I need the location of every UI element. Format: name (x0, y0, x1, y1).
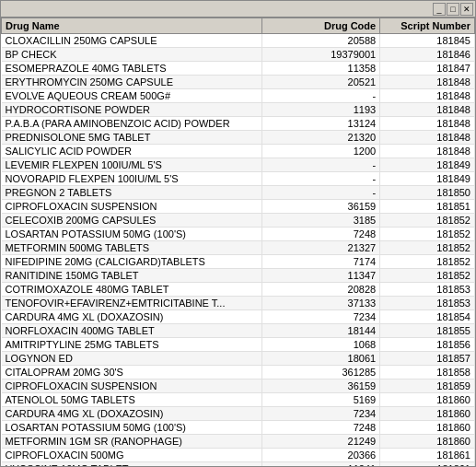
cell-script-number: 181850 (380, 186, 475, 200)
cell-script-number: 181847 (380, 62, 475, 76)
cell-script-number: 181848 (380, 131, 475, 145)
cell-drug-code: 361285 (261, 366, 380, 379)
cell-script-number: 181853 (380, 297, 475, 310)
col-drug-name[interactable]: Drug Name (2, 18, 262, 34)
cell-drug-code: 20366 (261, 449, 380, 462)
table-row[interactable]: LOSARTAN POTASSIUM 50MG (100'S)724818185… (2, 228, 475, 241)
cell-drug-name: ERYTHROMYCIN 250MG CAPSULE (2, 76, 262, 89)
cell-script-number: 181845 (380, 34, 475, 48)
cell-script-number: 181855 (380, 324, 475, 338)
cell-drug-name: METFORMIN 1GM SR (RANOPHAGE) (2, 435, 262, 449)
table-row[interactable]: CITALOPRAM 20MG 30'S361285181858 (2, 366, 475, 379)
cell-drug-name: NOVORAPID FLEXPEN 100IU/ML 5'S (2, 172, 262, 186)
cell-script-number: 181860 (380, 421, 475, 435)
cell-drug-code: 3185 (261, 214, 380, 228)
cell-drug-name: LOGYNON ED (2, 352, 262, 366)
cell-drug-name: BP CHECK (2, 48, 262, 62)
table-row[interactable]: CELECOXIB 200MG CAPSULES3185181852 (2, 214, 475, 228)
cell-drug-name: AMITRIPTYLINE 25MG TABLETS (2, 338, 262, 352)
cell-drug-code: 13124 (261, 117, 380, 131)
cell-drug-name: CARDURA 4MG XL (DOXAZOSIN) (2, 407, 262, 421)
table-row[interactable]: PREGNON 2 TABLETS-181850 (2, 186, 475, 200)
table-row[interactable]: COTRIMOXAZOLE 480MG TABLET20828181853 (2, 283, 475, 297)
cell-drug-name: LOSARTAN POTASSIUM 50MG (100'S) (2, 421, 262, 435)
table-row[interactable]: LOGYNON ED18061181857 (2, 352, 475, 366)
table-row[interactable]: METFORMIN 500MG TABLETS21327181852 (2, 241, 475, 255)
table-row[interactable]: CARDURA 4MG XL (DOXAZOSIN)7234181860 (2, 407, 475, 421)
table-row[interactable]: NIFEDIPINE 20MG (CALCIGARD)TABLETS717418… (2, 255, 475, 269)
table-row[interactable]: ERYTHROMYCIN 250MG CAPSULE20521181848 (2, 76, 475, 89)
table-row[interactable]: BP CHECK19379001181846 (2, 48, 475, 62)
cell-drug-code: 37133 (261, 297, 380, 310)
table-row[interactable]: CIPROFLOXACIN SUSPENSION36159181859 (2, 379, 475, 393)
cell-drug-code: 18061 (261, 352, 380, 366)
cell-script-number: 181848 (380, 117, 475, 131)
table-row[interactable]: CIPROFLOXACIN 500MG20366181861 (2, 449, 475, 462)
table-row[interactable]: RANITIDINE 150MG TABLET11347181852 (2, 269, 475, 283)
table-row[interactable]: SALICYLIC ACID POWDER1200181848 (2, 145, 475, 158)
table-row[interactable]: TENOFOVIR+EFAVIRENZ+EMTRICITABINE T...37… (2, 297, 475, 310)
cell-script-number: 181852 (380, 241, 475, 255)
minimize-button[interactable]: _ (433, 3, 446, 16)
cell-script-number: 181846 (380, 48, 475, 62)
cell-drug-name: CITALOPRAM 20MG 30'S (2, 366, 262, 379)
cell-script-number: 181861 (380, 449, 475, 462)
maximize-button[interactable]: □ (447, 3, 459, 16)
cell-drug-name: COTRIMOXAZOLE 480MG TABLET (2, 283, 262, 297)
table-row[interactable]: NOVORAPID FLEXPEN 100IU/ML 5'S-181849 (2, 172, 475, 186)
cell-drug-name: TENOFOVIR+EFAVIRENZ+EMTRICITABINE T... (2, 297, 262, 310)
table-row[interactable]: HYOSCINE 10MG TABLET11241181861 (2, 462, 475, 467)
cell-drug-code: 21320 (261, 131, 380, 145)
col-drug-code[interactable]: Drug Code (261, 18, 380, 34)
table-row[interactable]: CARDURA 4MG XL (DOXAZOSIN)7234181854 (2, 310, 475, 324)
cell-drug-code: 5169 (261, 393, 380, 407)
cell-drug-code: - (261, 89, 380, 103)
cell-drug-name: HYDROCORTISONE POWDER (2, 103, 262, 117)
table-row[interactable]: METFORMIN 1GM SR (RANOPHAGE)21249181860 (2, 435, 475, 449)
table-row[interactable]: LOSARTAN POTASSIUM 50MG (100'S)724818186… (2, 421, 475, 435)
close-button[interactable]: ✕ (460, 3, 473, 16)
cell-script-number: 181858 (380, 366, 475, 379)
cell-drug-name: ESOMEPRAZOLE 40MG TABLETS (2, 62, 262, 76)
cell-script-number: 181860 (380, 435, 475, 449)
cell-script-number: 181861 (380, 462, 475, 467)
cell-drug-code: 20828 (261, 283, 380, 297)
table-row[interactable]: ESOMEPRAZOLE 40MG TABLETS11358181847 (2, 62, 475, 76)
cell-drug-code: - (261, 186, 380, 200)
cell-script-number: 181848 (380, 76, 475, 89)
table-row[interactable]: EVOLVE AQUEOUS CREAM 500G#-181848 (2, 89, 475, 103)
cell-drug-name: METFORMIN 500MG TABLETS (2, 241, 262, 255)
cell-script-number: 181852 (380, 214, 475, 228)
table-header-row: Drug Name Drug Code Script Number (2, 18, 475, 34)
cell-script-number: 181851 (380, 200, 475, 214)
cell-drug-code: - (261, 158, 380, 172)
cell-drug-name: NORFLOXACIN 400MG TABLET (2, 324, 262, 338)
cell-script-number: 181849 (380, 158, 475, 172)
cell-script-number: 181860 (380, 407, 475, 421)
col-script-number[interactable]: Script Number (380, 18, 475, 34)
cell-drug-code: 1200 (261, 145, 380, 158)
table-row[interactable]: ATENOLOL 50MG TABLETS5169181860 (2, 393, 475, 407)
cell-drug-code: 21249 (261, 435, 380, 449)
table-row[interactable]: PREDNISOLONE 5MG TABLET21320181848 (2, 131, 475, 145)
cell-drug-code: 36159 (261, 379, 380, 393)
table-row[interactable]: CIPROFLOXACIN SUSPENSION36159181851 (2, 200, 475, 214)
table-row[interactable]: AMITRIPTYLINE 25MG TABLETS1068181856 (2, 338, 475, 352)
cell-drug-code: 7174 (261, 255, 380, 269)
cell-script-number: 181854 (380, 310, 475, 324)
cell-script-number: 181860 (380, 393, 475, 407)
table-row[interactable]: CLOXACILLIN 250MG CAPSULE20588181845 (2, 34, 475, 48)
cell-drug-name: LEVEMIR FLEXPEN 100IU/ML 5'S (2, 158, 262, 172)
table-row[interactable]: HYDROCORTISONE POWDER1193181848 (2, 103, 475, 117)
table-row[interactable]: LEVEMIR FLEXPEN 100IU/ML 5'S-181849 (2, 158, 475, 172)
cell-script-number: 181852 (380, 255, 475, 269)
cell-drug-code: 21327 (261, 241, 380, 255)
table-container[interactable]: Drug Name Drug Code Script Number CLOXAC… (1, 18, 475, 466)
cell-drug-code: 11347 (261, 269, 380, 283)
cell-drug-name: CIPROFLOXACIN SUSPENSION (2, 379, 262, 393)
cell-script-number: 181848 (380, 89, 475, 103)
table-row[interactable]: P.A.B.A (PARA AMINOBENZOIC ACID) POWDER1… (2, 117, 475, 131)
table-row[interactable]: NORFLOXACIN 400MG TABLET18144181855 (2, 324, 475, 338)
cell-drug-name: CIPROFLOXACIN SUSPENSION (2, 200, 262, 214)
cell-drug-name: RANITIDINE 150MG TABLET (2, 269, 262, 283)
